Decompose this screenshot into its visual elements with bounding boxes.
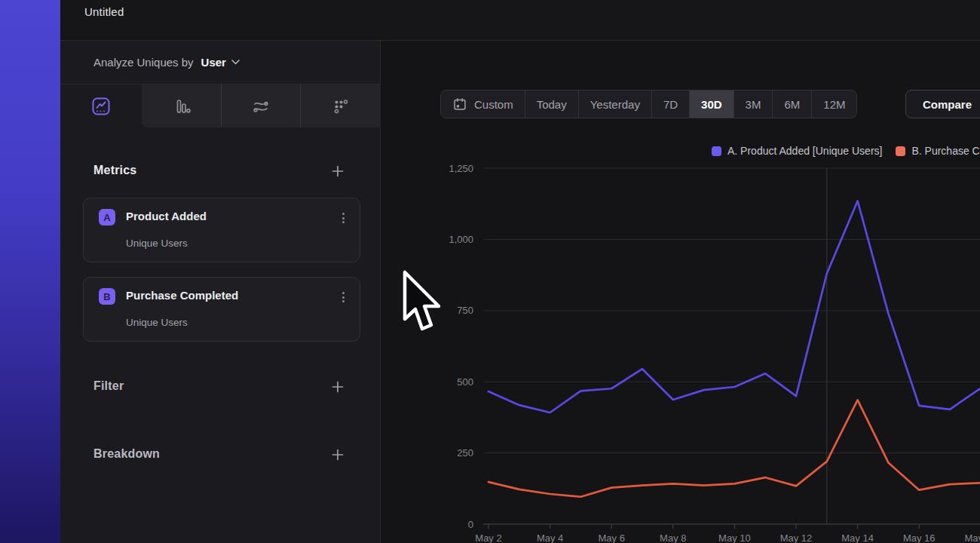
metric-name: Purchase Completed	[126, 289, 238, 302]
metric-card-b[interactable]: B Purchase Completed Unique Users	[83, 277, 360, 342]
plus-icon	[331, 380, 345, 394]
svg-text:May 10: May 10	[718, 532, 751, 543]
analyze-label: Analyze Uniques by	[93, 56, 194, 69]
metric-measure: Unique Users	[126, 238, 188, 249]
svg-text:May 12: May 12	[780, 532, 813, 543]
tab-line-chart[interactable]	[60, 84, 142, 127]
add-filter-button[interactable]	[328, 377, 348, 397]
svg-text:500: 500	[457, 376, 473, 388]
top-bar: Untitled	[60, 0, 980, 41]
svg-text:May 2: May 2	[475, 532, 501, 543]
svg-text:250: 250	[457, 447, 473, 459]
filter-section-title: Filter	[93, 379, 124, 393]
chart-svg[interactable]: 02505007501,0001,250May 2May 4May 6May 8…	[381, 41, 980, 543]
metric-name: Product Added	[126, 210, 207, 222]
svg-text:May 16: May 16	[903, 532, 936, 543]
svg-text:May 14: May 14	[841, 532, 874, 543]
metrics-section-title: Metrics	[93, 164, 136, 177]
tab-dot-grid[interactable]	[300, 84, 381, 127]
analyze-row: Analyze Uniques by User	[60, 41, 380, 84]
plus-icon	[331, 448, 345, 462]
dot-grid-icon	[332, 97, 350, 115]
svg-text:May 18: May 18	[964, 532, 980, 543]
metric-card-a[interactable]: A Product Added Unique Users	[83, 198, 360, 262]
metric-badge: A	[99, 209, 115, 225]
query-builder-panel: Analyze Uniques by User	[60, 41, 381, 543]
add-breakdown-button[interactable]	[328, 445, 348, 465]
svg-text:May 6: May 6	[598, 532, 624, 543]
svg-text:750: 750	[457, 305, 473, 316]
add-metric-button[interactable]	[328, 161, 348, 181]
svg-text:May 4: May 4	[537, 532, 563, 543]
svg-text:1,250: 1,250	[449, 163, 473, 174]
svg-text:May 8: May 8	[660, 532, 686, 543]
left-gradient-rail	[0, 0, 60, 543]
svg-text:0: 0	[468, 519, 473, 530]
bar-chart-icon	[173, 97, 191, 115]
metric-options-button[interactable]	[341, 211, 346, 225]
chart-panel: Custom Today Yesterday 7D 30D 3M 6M 12M …	[381, 41, 980, 543]
metric-badge: B	[99, 288, 115, 305]
tab-flow-chart[interactable]	[221, 84, 300, 127]
metric-options-button[interactable]	[341, 290, 346, 304]
line-chart-icon	[90, 96, 112, 117]
metric-measure: Unique Users	[126, 317, 188, 328]
breakdown-section-title: Breakdown	[93, 447, 160, 461]
chevron-down-icon	[231, 60, 240, 65]
plus-icon	[331, 164, 345, 178]
tab-bar-chart[interactable]	[142, 84, 221, 127]
analyze-by-value: User	[201, 56, 226, 69]
flow-chart-icon	[252, 97, 270, 115]
analyze-by-dropdown[interactable]: User	[201, 56, 240, 69]
report-title: Untitled	[84, 5, 124, 18]
svg-text:1,000: 1,000	[449, 234, 473, 245]
